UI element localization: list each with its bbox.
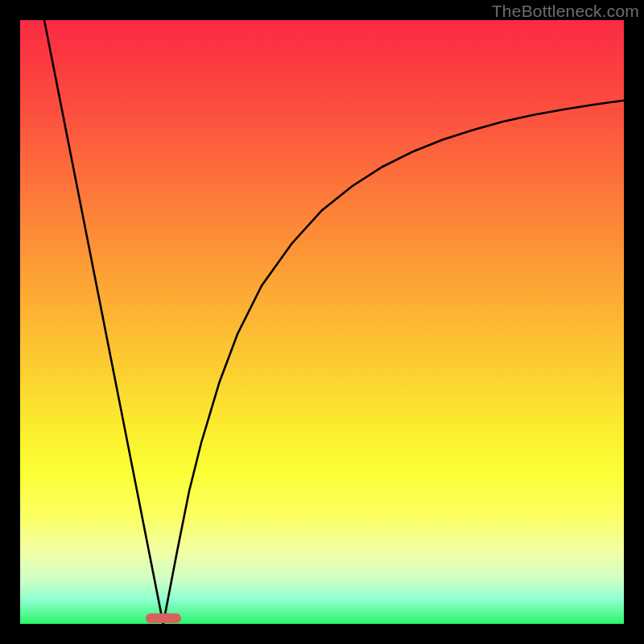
chart-lines: [20, 20, 624, 624]
watermark-text: TheBottleneck.com: [492, 2, 639, 21]
curve-path: [44, 20, 624, 624]
chart-frame: [20, 20, 624, 624]
bottleneck-marker-pill: [146, 613, 181, 623]
